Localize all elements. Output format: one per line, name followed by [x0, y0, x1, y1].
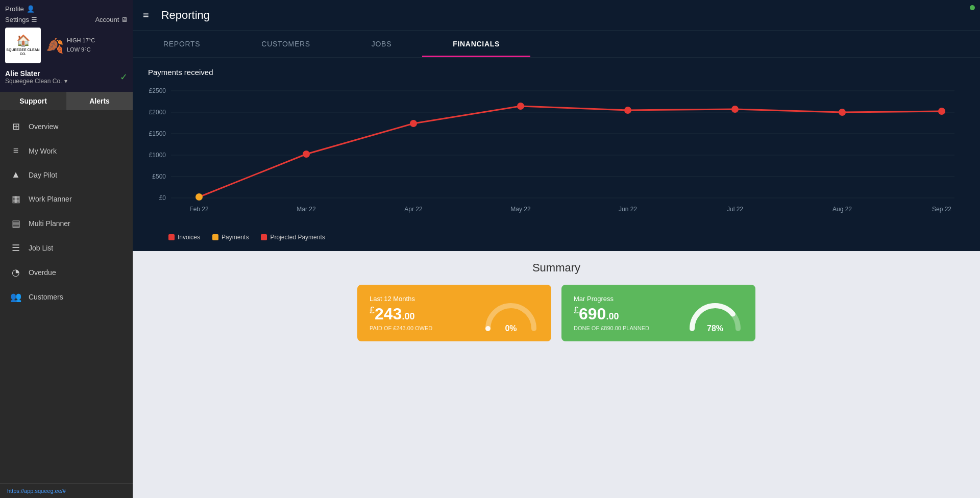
sidebar-item-day-pilot[interactable]: ▲ Day Pilot	[0, 163, 133, 187]
weather-cloud-icon: 🍂	[46, 37, 64, 54]
payments-chart: £2500 £2000 £1500 £1000 £500 £0 Feb 22 M…	[148, 85, 965, 228]
legend-payments: Payments	[212, 234, 249, 241]
svg-text:Apr 22: Apr 22	[404, 206, 423, 213]
svg-text:Aug 22: Aug 22	[832, 206, 852, 213]
svg-text:Jul 22: Jul 22	[727, 206, 743, 213]
svg-text:£500: £500	[152, 173, 166, 180]
sidebar-item-overview[interactable]: ⊞ Overview	[0, 114, 133, 139]
sidebar-item-label: Job List	[29, 244, 53, 252]
svg-text:May 22: May 22	[510, 206, 531, 213]
gauge-0percent: 0%	[483, 295, 539, 331]
tab-financials[interactable]: FINANCIALS	[422, 31, 530, 57]
svg-text:Mar 22: Mar 22	[297, 206, 316, 213]
gauge-0-percent-label: 0%	[505, 324, 517, 333]
card-mar-sublabel: DONE OF £890.00 PLANNED	[574, 325, 649, 331]
card-12months-gauge: 0%	[483, 295, 539, 331]
support-button[interactable]: Support	[0, 92, 66, 110]
tab-bar: REPORTS CUSTOMERS JOBS FINANCIALS	[133, 31, 980, 58]
profile-icon: 👤	[27, 5, 35, 13]
user-name: Alie Slater	[5, 69, 67, 78]
svg-point-21	[303, 151, 309, 157]
overdue-icon: ◔	[10, 267, 21, 278]
legend-invoices: Invoices	[168, 234, 200, 241]
card-12months-amount: £243.00	[370, 306, 432, 322]
sidebar-item-multi-planner[interactable]: ▤ Multi Planner	[0, 211, 133, 236]
card-left-12months: Last 12 Months £243.00 PAID OF £243.00 O…	[370, 295, 432, 331]
online-indicator	[970, 5, 975, 10]
sidebar-item-label: Work Planner	[29, 195, 72, 203]
summary-cards: Last 12 Months £243.00 PAID OF £243.00 O…	[153, 285, 960, 341]
work-planner-icon: ▦	[10, 193, 21, 205]
settings-link[interactable]: Settings ☰	[5, 16, 37, 23]
svg-text:£2000: £2000	[149, 109, 166, 116]
day-pilot-icon: ▲	[10, 169, 21, 180]
invoices-dot	[168, 234, 175, 240]
chart-area: Payments received £2500 £2000 £1500 £100…	[133, 58, 980, 251]
sidebar-item-label: Multi Planner	[29, 219, 70, 228]
svg-point-26	[839, 109, 845, 115]
card-12months-label: Last 12 Months	[370, 295, 432, 303]
company-logo: 🏠 SQUEEGEE CLEAN CO.	[5, 28, 41, 63]
svg-text:Feb 22: Feb 22	[189, 206, 209, 213]
profile-link[interactable]: Profile 👤	[5, 5, 35, 13]
summary-area: Summary Last 12 Months £243.00 PAID OF £…	[133, 251, 980, 498]
overview-icon: ⊞	[10, 121, 21, 132]
currency-symbol-2: £	[574, 305, 579, 315]
sidebar-header: Profile 👤 Settings ☰ Account 🖥 🏠 SQUEEGE…	[0, 0, 133, 92]
svg-point-27	[939, 108, 945, 114]
svg-text:Jun 22: Jun 22	[619, 206, 637, 213]
tab-reports[interactable]: REPORTS	[133, 31, 231, 57]
verified-icon: ✓	[120, 71, 128, 83]
svg-point-20	[196, 194, 202, 200]
legend-projected: Projected Payments	[261, 234, 325, 241]
sidebar-item-overdue[interactable]: ◔ Overdue	[0, 260, 133, 285]
weather-high: HIGH 17°C	[67, 36, 95, 45]
monitor-icon: 🖥	[121, 16, 128, 23]
svg-point-24	[625, 107, 631, 113]
multi-planner-icon: ▤	[10, 218, 21, 229]
sidebar: Profile 👤 Settings ☰ Account 🖥 🏠 SQUEEGE…	[0, 0, 133, 498]
svg-point-22	[410, 120, 416, 127]
chart-title: Payments received	[148, 68, 965, 77]
menu-icon[interactable]: ≡	[143, 9, 149, 21]
card-mar-progress: Mar Progress £690.00 DONE OF £890.00 PLA…	[561, 285, 755, 341]
sidebar-item-label: Customers	[29, 293, 63, 301]
settings-label: Settings	[5, 16, 29, 23]
svg-point-25	[732, 106, 738, 112]
payments-label: Payments	[222, 234, 249, 241]
sidebar-action-buttons: Support Alerts	[0, 92, 133, 110]
my-work-icon: ≡	[10, 145, 21, 156]
summary-title: Summary	[153, 261, 960, 275]
card-mar-gauge: 78%	[687, 295, 743, 331]
job-list-icon: ☰	[10, 242, 21, 254]
profile-label: Profile	[5, 5, 24, 13]
svg-text:£1000: £1000	[149, 152, 166, 159]
card-mar-label: Mar Progress	[574, 295, 649, 303]
sidebar-item-work-planner[interactable]: ▦ Work Planner	[0, 187, 133, 211]
alerts-button[interactable]: Alerts	[66, 92, 133, 110]
sidebar-item-job-list[interactable]: ☰ Job List	[0, 236, 133, 260]
projected-dot	[261, 234, 267, 240]
footer-url: https://app.squeeg.ee/#	[0, 483, 133, 498]
svg-point-23	[518, 103, 524, 109]
card-left-mar: Mar Progress £690.00 DONE OF £890.00 PLA…	[574, 295, 649, 331]
account-label: Account	[95, 16, 119, 23]
sidebar-item-label: Overview	[29, 122, 58, 131]
account-link[interactable]: Account 🖥	[95, 16, 128, 23]
chart-legend: Invoices Payments Projected Payments	[148, 234, 965, 241]
sidebar-item-label: Overdue	[29, 268, 56, 277]
svg-text:£0: £0	[159, 194, 166, 202]
sidebar-item-label: Day Pilot	[29, 171, 57, 179]
gauge-78-percent-label: 78%	[707, 324, 723, 333]
payments-dot	[212, 234, 218, 240]
sidebar-item-my-work[interactable]: ≡ My Work	[0, 139, 133, 163]
sidebar-nav: ⊞ Overview ≡ My Work ▲ Day Pilot ▦ Work …	[0, 110, 133, 483]
card-12months-sublabel: PAID OF £243.00 OWED	[370, 325, 432, 331]
tab-jobs[interactable]: JOBS	[341, 31, 422, 57]
settings-icon: ☰	[31, 16, 37, 23]
user-company[interactable]: Squeegee Clean Co. ▾	[5, 78, 67, 85]
sidebar-item-customers[interactable]: 👥 Customers	[0, 285, 133, 309]
topbar: ≡ Reporting	[133, 0, 980, 31]
tab-customers[interactable]: CUSTOMERS	[231, 31, 341, 57]
projected-label: Projected Payments	[270, 234, 325, 241]
